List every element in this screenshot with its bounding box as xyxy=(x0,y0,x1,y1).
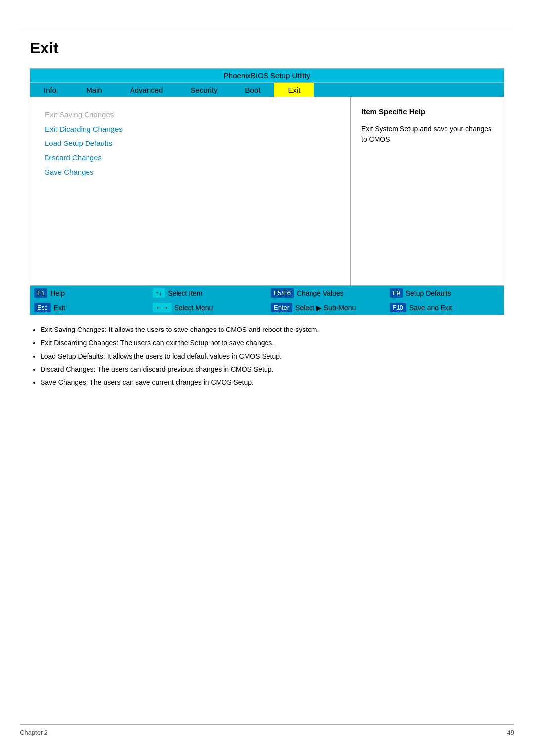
bullet-list: Exit Saving Changes: It allows the users… xyxy=(30,324,504,389)
page-title: Exit xyxy=(30,39,504,57)
footer-page: 49 xyxy=(507,729,514,736)
menu-item-exit[interactable]: Exit xyxy=(274,83,314,97)
option-save-changes[interactable]: Save Changes xyxy=(45,165,335,179)
key-f10: F10 xyxy=(390,303,406,312)
key-enter: Enter xyxy=(271,303,292,312)
status-esc: Esc Exit xyxy=(30,300,149,315)
bullet-2: Exit Discarding Changes: The users can e… xyxy=(41,337,504,349)
bios-titlebar: PhoenixBIOS Setup Utility xyxy=(30,69,504,83)
desc-help: Help xyxy=(50,289,65,297)
help-title: Item Specific Help xyxy=(361,107,493,116)
status-row-1: F1 Help ↑↓ Select Item F5/F6 Change Valu… xyxy=(30,286,504,300)
bullet-3: Load Setup Defaults: It allows the users… xyxy=(41,351,504,363)
bios-right-panel: Item Specific Help Exit System Setup and… xyxy=(351,97,504,285)
status-f1: F1 Help xyxy=(30,286,149,300)
status-f10: F10 Save and Exit xyxy=(386,300,504,315)
key-esc: Esc xyxy=(34,303,51,312)
footer-chapter: Chapter 2 xyxy=(20,729,48,736)
status-f9: F9 Setup Defaults xyxy=(386,286,504,300)
status-enter: Enter Select ▶ Sub-Menu xyxy=(267,300,386,315)
option-exit-saving[interactable]: Exit Saving Changes xyxy=(45,107,335,122)
desc-save-exit: Save and Exit xyxy=(409,304,452,312)
status-f5f6: F5/F6 Change Values xyxy=(267,286,386,300)
key-f9: F9 xyxy=(390,288,403,298)
menu-item-info[interactable]: Info. xyxy=(30,83,72,97)
status-leftright: ←→ Select Menu xyxy=(149,300,267,315)
option-exit-discarding[interactable]: Exit Dicarding Changes xyxy=(45,122,335,136)
option-load-defaults[interactable]: Load Setup Defaults xyxy=(45,136,335,150)
bios-statusbar: F1 Help ↑↓ Select Item F5/F6 Change Valu… xyxy=(30,285,504,315)
bios-menubar: Info. Main Advanced Security Boot Exit xyxy=(30,83,504,97)
bios-left-panel: Exit Saving Changes Exit Dicarding Chang… xyxy=(30,97,351,285)
bios-content: Exit Saving Changes Exit Dicarding Chang… xyxy=(30,97,504,285)
status-updown: ↑↓ Select Item xyxy=(149,286,267,300)
desc-change-values: Change Values xyxy=(297,289,344,297)
desc-setup-defaults: Setup Defaults xyxy=(406,289,451,297)
desc-select-item: Select Item xyxy=(168,289,203,297)
desc-select-menu: Select Menu xyxy=(175,304,213,312)
bullet-4: Discard Changes: The users can discard p… xyxy=(41,364,504,376)
menu-item-main[interactable]: Main xyxy=(72,83,116,97)
desc-exit: Exit xyxy=(54,304,65,312)
key-leftright: ←→ xyxy=(153,303,172,312)
menu-item-boot[interactable]: Boot xyxy=(231,83,274,97)
bullet-5: Save Changes: The users can save current… xyxy=(41,377,504,389)
help-text: Exit System Setup and save your changes … xyxy=(361,124,493,144)
bullet-1: Exit Saving Changes: It allows the users… xyxy=(41,324,504,336)
menu-item-advanced[interactable]: Advanced xyxy=(116,83,177,97)
top-divider xyxy=(20,30,514,30)
key-f1: F1 xyxy=(34,288,47,298)
key-updown: ↑↓ xyxy=(153,288,165,298)
key-f5f6: F5/F6 xyxy=(271,288,294,298)
menu-item-security[interactable]: Security xyxy=(177,83,231,97)
desc-sub-menu: Select ▶ Sub-Menu xyxy=(295,304,356,312)
bios-frame: PhoenixBIOS Setup Utility Info. Main Adv… xyxy=(30,68,504,315)
page-footer: Chapter 2 49 xyxy=(20,724,514,736)
status-row-2: Esc Exit ←→ Select Menu Enter Select ▶ S… xyxy=(30,300,504,315)
option-discard-changes[interactable]: Discard Changes xyxy=(45,150,335,165)
bullet-section: Exit Saving Changes: It allows the users… xyxy=(30,324,504,389)
